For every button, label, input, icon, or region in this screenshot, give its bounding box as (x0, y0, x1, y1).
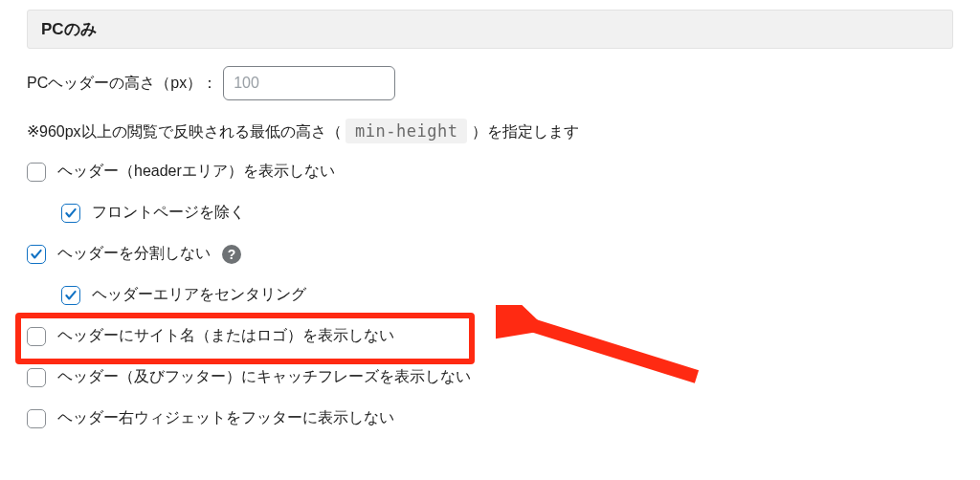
option-right-widget-footer[interactable]: ヘッダー右ウィジェットをフッターに表示しない (27, 408, 953, 428)
info-icon[interactable]: ? (222, 245, 241, 264)
checkbox-hide-sitename[interactable] (27, 327, 46, 346)
checkmark-icon (30, 248, 43, 261)
option-right-widget-footer-label: ヘッダー右ウィジェットをフッターに表示しない (57, 408, 394, 428)
section-heading-text: PCのみ (41, 20, 97, 38)
option-hide-header-label: ヘッダー（headerエリア）を表示しない (57, 162, 335, 182)
header-height-row: PCヘッダーの高さ（px）： (27, 66, 953, 100)
help-text-prefix: ※960px以上の閲覧で反映される最低の高さ（ (27, 123, 342, 140)
option-hide-sitename[interactable]: ヘッダーにサイト名（またはロゴ）を表示しない (27, 326, 953, 346)
help-text-code: min-height (345, 119, 467, 143)
help-text: ※960px以上の閲覧で反映される最低の高さ（ min-height ）を指定し… (27, 121, 953, 142)
checkbox-hide-header[interactable] (27, 163, 46, 182)
checkmark-icon (64, 289, 78, 302)
header-height-input[interactable] (223, 66, 395, 100)
checkbox-center-header[interactable] (61, 286, 80, 305)
checkbox-no-split[interactable] (27, 245, 46, 264)
checkmark-icon (64, 207, 78, 220)
option-hide-sitename-label: ヘッダーにサイト名（またはロゴ）を表示しない (57, 326, 394, 346)
checkbox-right-widget-footer[interactable] (27, 409, 46, 428)
option-hide-header[interactable]: ヘッダー（headerエリア）を表示しない (27, 162, 953, 182)
checkbox-exclude-front[interactable] (61, 204, 80, 223)
section-heading: PCのみ (27, 10, 953, 49)
option-exclude-front[interactable]: フロントページを除く (61, 203, 953, 223)
option-no-split[interactable]: ヘッダーを分割しない ? (27, 244, 953, 264)
header-height-label: PCヘッダーの高さ（px）： (27, 74, 217, 94)
options-list: ヘッダー（headerエリア）を表示しない フロントページを除く ヘッダーを分割… (27, 162, 953, 428)
checkbox-hide-catchphrase[interactable] (27, 368, 46, 387)
help-text-suffix: ）を指定します (472, 123, 579, 140)
option-center-header[interactable]: ヘッダーエリアをセンタリング (61, 285, 953, 305)
option-center-header-label: ヘッダーエリアをセンタリング (92, 285, 306, 305)
option-no-split-label: ヘッダーを分割しない (57, 244, 211, 264)
option-exclude-front-label: フロントページを除く (92, 203, 245, 223)
option-hide-catchphrase[interactable]: ヘッダー（及びフッター）にキャッチフレーズを表示しない (27, 367, 953, 387)
option-hide-catchphrase-label: ヘッダー（及びフッター）にキャッチフレーズを表示しない (57, 367, 471, 387)
